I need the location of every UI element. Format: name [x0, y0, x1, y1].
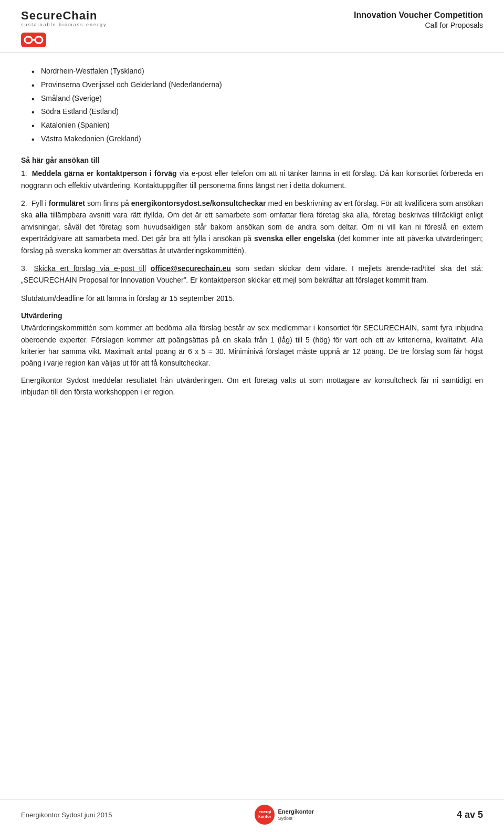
footer-page: 4 av 5	[457, 809, 483, 820]
logo-subtitle: sustainable biomass energy	[21, 22, 107, 27]
main-content: Nordrhein-Westfalen (Tyskland) Provinser…	[0, 53, 504, 413]
energikontor-logo: energikontor Energikontor Sydost	[255, 805, 313, 825]
section-3-underline: Skicka ert förslag via e-post till	[34, 264, 146, 273]
footer-center: energikontor Energikontor Sydost	[255, 805, 313, 825]
energikontor-name-area: Energikontor Sydost	[278, 808, 313, 820]
footer-left: Energikontor Sydost juni 2015	[21, 811, 112, 819]
page: SecureChain sustainable biomass energy I…	[0, 0, 504, 832]
chain-link-icon	[21, 33, 46, 47]
energikontor-circle-icon: energikontor	[255, 805, 275, 825]
svg-rect-0	[25, 37, 32, 43]
list-item: Provinserna Overijssel och Gelderland (N…	[32, 79, 483, 91]
list-item: Småland (Sverige)	[32, 93, 483, 105]
section-2-part2: som finns på	[85, 199, 131, 207]
section-3-number: 3.	[21, 264, 27, 273]
region-list: Nordrhein-Westfalen (Tyskland) Provinser…	[32, 66, 483, 144]
section-2-bold2: energikontorsydost.se/konsultcheckar	[131, 199, 266, 207]
section-2-text: 2. Fyll i formuläret som finns på energi…	[21, 197, 483, 256]
deadline-text: Slutdatum/deadline för att lämna in förs…	[21, 294, 170, 303]
section-1: 1. Meddela gärna er kontaktperson i förv…	[21, 168, 483, 191]
footer: Energikontor Sydost juni 2015 energikont…	[0, 799, 504, 832]
section-3: 3. Skicka ert förslag via e-post till of…	[21, 263, 483, 286]
footer-page-number: 4 av 5	[457, 809, 483, 820]
header-subtitle: Call for Proposals	[354, 21, 483, 29]
energikontor-region: Sydost	[278, 816, 313, 821]
section-1-number: 1.	[21, 169, 27, 178]
list-item: Katalonien (Spanien)	[32, 120, 483, 131]
list-item: Västra Makedonien (Grekland)	[32, 133, 483, 145]
header-title: Innovation Voucher Competition	[354, 9, 483, 21]
logo-icon	[21, 33, 46, 47]
deadline-line: Slutdatum/deadline för att lämna in förs…	[21, 293, 483, 304]
svg-rect-1	[35, 37, 43, 43]
section-intro-heading: Så här går ansökan till	[21, 156, 483, 164]
deadline-bold: 15 september 2015.	[170, 294, 235, 303]
energikontor-circle-text: energikontor	[258, 810, 271, 819]
section-2: 2. Fyll i formuläret som finns på energi…	[21, 197, 483, 256]
header: SecureChain sustainable biomass energy I…	[0, 0, 504, 53]
section-2-number: 2.	[21, 199, 27, 207]
utvardering-para2: Energikontor Sydost meddelar resultatet …	[21, 375, 483, 398]
header-right: Innovation Voucher Competition Call for …	[354, 9, 483, 29]
section-3-text: 3. Skicka ert förslag via e-post till of…	[21, 263, 483, 286]
section-2-bold1: formuläret	[49, 199, 85, 207]
energikontor-name: Energikontor	[278, 808, 313, 815]
section-2-part1: Fyll i	[32, 199, 49, 207]
utvardering-heading: Utvärdering	[21, 311, 483, 320]
list-item: Nordrhein-Westfalen (Tyskland)	[32, 66, 483, 77]
section-1-bold: Meddela gärna er kontaktperson i förväg	[32, 169, 177, 178]
section-3-email: office@securechain.eu	[151, 264, 231, 273]
logo-securechain: SecureChain	[21, 9, 98, 22]
section-2-bold4: svenska eller engelska	[254, 234, 335, 243]
utvardering-para1: Utvärderingskommittén som kommer att bed…	[21, 322, 483, 369]
section-1-text: 1. Meddela gärna er kontaktperson i förv…	[21, 168, 483, 191]
chain-svg	[24, 34, 44, 46]
section-2-bold3: alla	[35, 211, 47, 219]
list-item: Södra Estland (Estland)	[32, 106, 483, 118]
logo-area: SecureChain sustainable biomass energy	[21, 9, 107, 47]
